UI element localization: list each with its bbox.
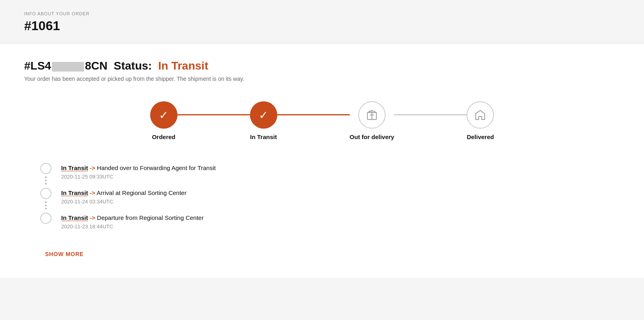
step-out-for-delivery-circle — [358, 101, 386, 129]
dot-v6 — [45, 208, 47, 209]
step-delivered: Delivered — [466, 101, 494, 140]
timeline-event-3: In Transit -> Departure from Regional So… — [40, 213, 620, 238]
event-status-1: In Transit — [61, 164, 88, 171]
tracking-number-prefix: #LS4 — [24, 59, 51, 72]
progress-tracker: ✓ Ordered ✓ In Transit — [24, 101, 620, 140]
house-icon — [474, 109, 486, 121]
dot-v1 — [45, 176, 47, 178]
timeline-event-content-3: In Transit -> Departure from Regional So… — [61, 213, 204, 238]
timeline-dots-vertical-1 — [45, 174, 47, 187]
timeline-event-content-1: In Transit -> Handed over to Forwarding … — [61, 163, 216, 188]
timeline-dot-wrapper-2 — [40, 188, 52, 212]
page-wrapper: INFO ABOUT YOUR ORDER #1061 #LS4 8CN Sta… — [0, 0, 644, 278]
event-title-1: In Transit -> Handed over to Forwarding … — [61, 164, 216, 172]
step-delivered-label: Delivered — [467, 133, 494, 140]
timeline-dots-vertical-2 — [45, 199, 47, 212]
header-section: INFO ABOUT YOUR ORDER #1061 — [0, 0, 644, 43]
event-arrow-3: -> — [90, 214, 95, 221]
timeline-dot-wrapper-3 — [40, 213, 52, 224]
timeline-dot-wrapper-1 — [40, 163, 52, 187]
main-content: #LS4 8CN Status: In Transit Your order h… — [0, 43, 644, 278]
step-in-transit-circle: ✓ — [250, 101, 277, 129]
step-ordered-label: Ordered — [152, 133, 175, 140]
show-more-button[interactable]: SHOW MORE — [45, 251, 84, 257]
tracking-number-suffix: 8CN — [85, 59, 107, 72]
timeline-dot-3 — [40, 213, 52, 224]
step-out-for-delivery: Out for delivery — [350, 101, 394, 140]
connector-3 — [394, 114, 466, 115]
event-title-3: In Transit -> Departure from Regional So… — [61, 213, 204, 222]
step-delivered-circle — [466, 101, 494, 129]
timeline-event-1: In Transit -> Handed over to Forwarding … — [40, 163, 620, 188]
event-timestamp-1: 2020-11-25 09:33UTC — [61, 174, 216, 180]
event-status-2: In Transit — [61, 189, 88, 196]
dot-v4 — [45, 201, 47, 203]
event-arrow-1: -> — [90, 164, 95, 171]
timeline-dot-2 — [40, 188, 52, 199]
event-timestamp-2: 2020-11-24 03:34UTC — [61, 199, 186, 205]
dot-v3 — [45, 183, 47, 185]
status-label: Status: — [114, 59, 152, 72]
connector-1 — [178, 114, 250, 115]
timeline-dot-1 — [40, 163, 52, 174]
tracking-number-redacted — [52, 62, 84, 72]
step-in-transit: ✓ In Transit — [250, 101, 277, 140]
event-arrow-2: -> — [90, 189, 95, 196]
event-description-3: Departure from Regional Sorting Center — [97, 214, 204, 221]
check-icon: ✓ — [159, 109, 168, 122]
event-status-3: In Transit — [61, 214, 88, 221]
timeline: In Transit -> Handed over to Forwarding … — [24, 163, 620, 238]
event-timestamp-3: 2020-11-23 18:44UTC — [61, 224, 204, 230]
step-in-transit-label: In Transit — [250, 133, 277, 140]
step-ordered-circle: ✓ — [150, 101, 178, 129]
connector-2 — [277, 114, 350, 115]
step-ordered: ✓ Ordered — [150, 101, 178, 140]
step-out-for-delivery-label: Out for delivery — [350, 133, 394, 140]
event-title-2: In Transit -> Arrival at Regional Sortin… — [61, 189, 186, 197]
tracking-subtitle: Your order has been accepted or picked u… — [24, 76, 620, 82]
dot-v2 — [45, 180, 47, 181]
status-value: In Transit — [158, 59, 208, 72]
box-icon — [366, 109, 378, 121]
check-icon-2: ✓ — [259, 109, 268, 122]
timeline-event-content-2: In Transit -> Arrival at Regional Sortin… — [61, 188, 186, 213]
order-number: #1061 — [24, 18, 620, 33]
event-description-2: Arrival at Regional Sorting Center — [97, 189, 186, 196]
event-description-1: Handed over to Forwarding Agent for Tran… — [97, 164, 216, 171]
timeline-event-2: In Transit -> Arrival at Regional Sortin… — [40, 188, 620, 213]
order-info-label: INFO ABOUT YOUR ORDER — [24, 11, 620, 16]
tracking-title: #LS4 8CN Status: In Transit — [24, 59, 620, 72]
dot-v5 — [45, 205, 47, 206]
